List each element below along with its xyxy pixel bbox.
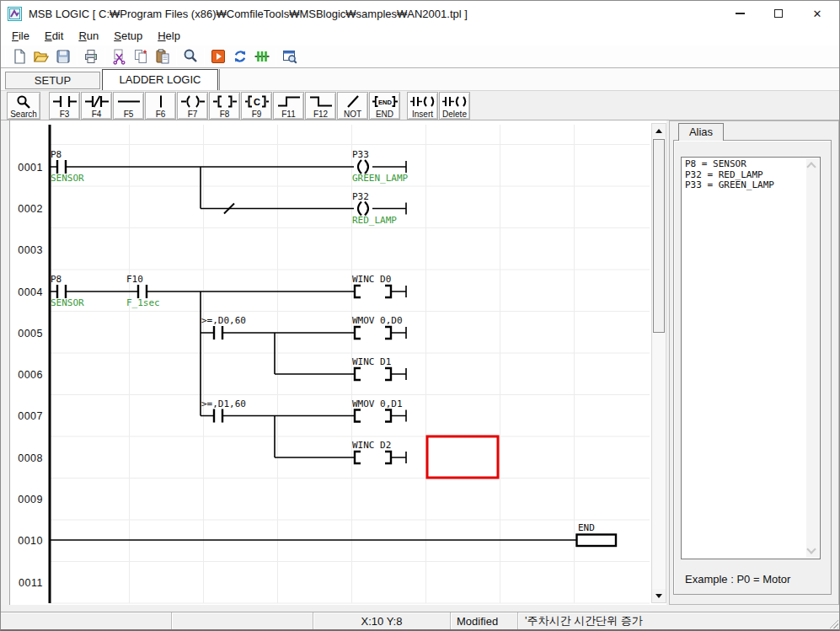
sync-button[interactable]	[229, 46, 251, 67]
menu-help[interactable]: Help	[150, 28, 188, 44]
print-button[interactable]	[80, 46, 102, 67]
coil-icon	[180, 94, 206, 109]
tool-label: F7	[188, 110, 198, 119]
menu-edit[interactable]: Edit	[37, 28, 71, 44]
alias-list-scrollbar[interactable]	[806, 158, 819, 558]
contact-no-button[interactable]: F3	[49, 92, 80, 120]
window-title: MSB LOGIC [ C:₩Program Files (x86)₩Comfi…	[29, 8, 468, 20]
toolbar-separator	[77, 48, 78, 66]
element-address: P32	[352, 191, 369, 202]
delete-icon	[442, 94, 468, 109]
menu-setup[interactable]: Setup	[106, 28, 150, 44]
open-icon	[33, 48, 50, 65]
search-icon	[14, 94, 33, 109]
ladder-tool-palette: Search F3 F4 F5 F	[1, 90, 839, 120]
instruction-symbol-r5	[355, 327, 391, 339]
scroll-down-button[interactable]	[652, 589, 666, 602]
delete-button[interactable]: Delete	[439, 92, 470, 120]
tab-ladder-logic[interactable]: LADDER LOGIC	[102, 69, 218, 90]
menu-run[interactable]: Run	[71, 28, 106, 44]
end-button[interactable]: END END	[369, 92, 400, 120]
save-button[interactable]	[52, 46, 74, 67]
tool-label: NOT	[344, 110, 361, 119]
find-button[interactable]	[179, 46, 201, 67]
minimize-icon	[736, 13, 745, 14]
close-button[interactable]: ✕	[812, 8, 822, 19]
contact-symbol-r5	[214, 326, 222, 340]
run-button[interactable]	[207, 46, 229, 67]
instruction-icon	[212, 94, 238, 109]
ladder-monitor-button[interactable]	[251, 46, 273, 67]
new-icon	[11, 48, 28, 65]
find-icon	[182, 48, 199, 65]
open-button[interactable]	[30, 46, 52, 67]
print-icon	[83, 48, 99, 65]
rung-number: 0006	[18, 369, 43, 381]
instruction-symbol-r8	[355, 452, 391, 463]
rung-number: 0004	[18, 286, 43, 298]
not-button[interactable]: NOT	[337, 92, 368, 120]
contact-no-icon	[52, 94, 78, 109]
instruction-symbol-r6	[355, 368, 391, 380]
counter-button[interactable]: C F9	[241, 92, 272, 120]
maximize-button[interactable]	[773, 8, 784, 19]
instruction-button[interactable]: F8	[209, 92, 240, 120]
tool-label: F8	[220, 110, 230, 119]
toolbar-separator	[176, 48, 177, 66]
close-icon: ✕	[813, 8, 822, 20]
alias-entry[interactable]: P8 = SENSOR	[685, 159, 805, 170]
status-cell-empty-2	[172, 612, 313, 629]
arrow-up-icon	[655, 129, 662, 133]
new-button[interactable]	[8, 46, 30, 67]
element-address: P8	[51, 274, 62, 285]
scrollbar-thumb[interactable]	[653, 139, 665, 333]
rung-number: 0001	[18, 162, 43, 174]
insert-button[interactable]: Insert	[407, 92, 438, 120]
contact-symbol-r4b	[138, 285, 147, 298]
instruction-label: WINC D1	[352, 356, 391, 367]
tab-separator	[219, 69, 220, 90]
tool-label: Insert	[412, 110, 433, 119]
element-alias: RED_LAMP	[352, 215, 397, 226]
rising-edge-button[interactable]: F11	[273, 92, 304, 120]
alias-list[interactable]: P8 = SENSOR P32 = RED_LAMP P33 = GREEN_L…	[681, 157, 821, 559]
not-icon	[340, 94, 366, 109]
toolbar-separator	[5, 48, 6, 66]
element-alias: SENSOR	[51, 297, 84, 308]
scroll-up-button[interactable]	[652, 124, 666, 137]
falling-edge-button[interactable]: F12	[305, 92, 336, 120]
rising-edge-icon	[276, 94, 302, 109]
falling-edge-icon	[308, 94, 334, 109]
alias-panel: Alias P8 = SENSOR P32 = RED_LAMP P33 = G…	[669, 120, 839, 605]
hline-button[interactable]: F5	[113, 92, 144, 120]
paste-button[interactable]	[152, 46, 174, 67]
tool-label: F11	[281, 110, 296, 119]
vline-button[interactable]: F6	[145, 92, 176, 120]
preview-button[interactable]	[279, 46, 301, 67]
ladder-canvas[interactable]: 0001 0002 0003 0004 0005 0006 0007 0008 …	[1, 120, 651, 605]
tool-label: F4	[92, 110, 102, 119]
tab-strip: SETUP LADDER LOGIC	[1, 68, 839, 90]
tab-alias[interactable]: Alias	[678, 123, 724, 141]
end-icon: END	[372, 94, 398, 109]
element-alias: GREEN_LAMP	[352, 173, 409, 184]
coil-symbol-r2	[358, 202, 368, 216]
minimize-button[interactable]	[735, 8, 745, 19]
cell-cursor[interactable]	[427, 436, 498, 478]
tab-setup[interactable]: SETUP	[5, 72, 100, 89]
coil-button[interactable]: F7	[177, 92, 208, 120]
search-tool-button[interactable]: Search	[7, 92, 40, 120]
tool-label: Search	[10, 110, 37, 119]
instruction-label: WINC D2	[352, 440, 391, 451]
contact-symbol-r1	[57, 160, 66, 174]
vertical-scrollbar[interactable]	[651, 123, 666, 603]
cut-button[interactable]	[108, 46, 130, 67]
counter-icon: C	[244, 94, 270, 109]
alias-groupbox: P8 = SENSOR P32 = RED_LAMP P33 = GREEN_L…	[673, 140, 832, 595]
alias-entry[interactable]: P33 = GREEN_LAMP	[685, 180, 805, 191]
copy-button[interactable]	[130, 46, 152, 67]
chevron-down-icon	[806, 544, 816, 553]
menu-file[interactable]: File	[4, 28, 37, 44]
contact-nc-button[interactable]: F4	[81, 92, 112, 120]
run-icon	[210, 48, 227, 65]
